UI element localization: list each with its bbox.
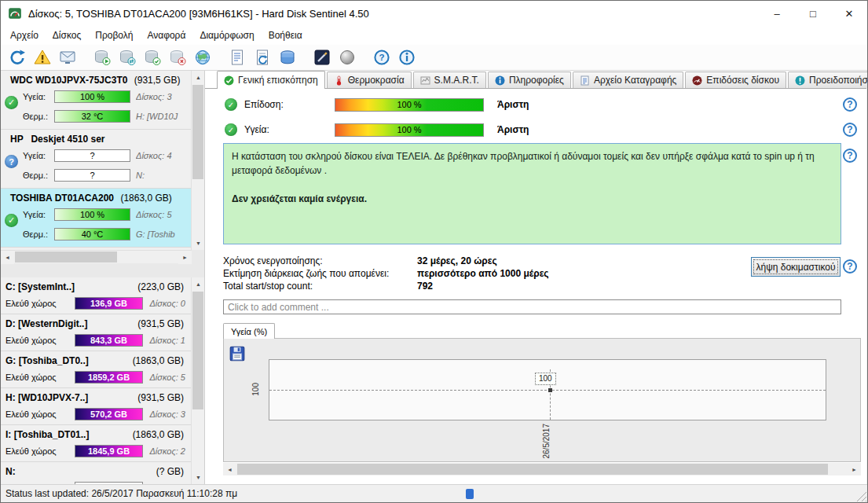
menu-disk[interactable]: Δίσκος [46, 26, 88, 45]
main-panel: Γενική επισκόπηση Θερμοκρασία S.M.A.R.T.… [205, 71, 866, 484]
disk-entry-wdc[interactable]: WDC WD10JPVX-75JC3T0 (931,5 GB) Υγεία: 1… [1, 71, 192, 130]
scroll-thumb[interactable] [237, 464, 828, 475]
report-icon[interactable] [225, 46, 250, 68]
partition-entry-h[interactable]: H: [WD10JPVX-7..] (931,5 GB) Ελεύθ χώρος… [1, 388, 192, 425]
tab-disk-performance[interactable]: Επιδόσεις δίσκου [685, 72, 786, 88]
scroll-down-icon[interactable] [192, 471, 205, 484]
refresh-icon[interactable] [5, 46, 30, 68]
disk-list-vscrollbar[interactable] [191, 71, 204, 250]
partition-name: H: [WD10JPVX-7..] [5, 390, 88, 406]
chart-hscrollbar[interactable] [223, 463, 861, 475]
menu-view[interactable]: Προβολή [88, 26, 140, 45]
partition-name: G: [Toshiba_DT0..] [5, 353, 89, 369]
stat-label: Εκτίμηση διάρκειας ζωής που απομένει: [223, 268, 417, 281]
chart-panel: 100 100 26/5/2017 [223, 338, 861, 462]
alert-clock-icon[interactable] [30, 46, 55, 68]
health-label: Υγεία: [23, 210, 54, 219]
health-bar: 100 % [54, 90, 130, 103]
scroll-right-icon[interactable] [848, 463, 861, 475]
temp-bar: ? [54, 169, 130, 182]
scroll-down-icon[interactable] [192, 237, 205, 250]
performance-row: Επίδοση: 100 % Άριστη [205, 97, 866, 112]
comment-input[interactable] [223, 299, 841, 314]
resize-grip[interactable] [855, 490, 866, 501]
disk-entry-hp[interactable]: HP Deskjet 4510 ser Υγεία: ? Δίσκος: 4 Θ… [1, 130, 192, 189]
chart-tab-health[interactable]: Υγεία (%) [223, 323, 275, 339]
menu-file[interactable]: Αρχείο [3, 26, 46, 45]
disk-temp-row: Θερμ.: 32 °C H: [WD10J [1, 106, 192, 126]
report-refresh-icon[interactable] [250, 46, 275, 68]
scroll-thumb[interactable] [192, 85, 203, 179]
disk-list-hscrollbar[interactable] [1, 250, 192, 263]
free-space-label: Ελεύθ χώρος [5, 299, 75, 308]
sphere-icon[interactable] [335, 46, 360, 68]
tab-overview[interactable]: Γενική επισκόπηση [217, 71, 325, 89]
scroll-up-icon[interactable] [192, 277, 205, 291]
partition-entry-d[interactable]: D: [WesternDigit..] (931,5 GB) Ελεύθ χώρ… [1, 314, 192, 351]
data-point [548, 388, 552, 392]
health-ok-icon [225, 123, 237, 136]
partition-title: G: [Toshiba_DT0..] (1863,0 GB) [5, 353, 189, 369]
disk-entry-toshiba-selected[interactable]: TOSHIBA DT01ACA200 (1863,0 GB) Υγεία: 10… [1, 189, 192, 248]
message-monitor-icon[interactable] [55, 46, 80, 68]
partition-size: (931,5 GB) [137, 390, 184, 406]
menu-help[interactable]: Βοήθεια [262, 26, 309, 45]
tab-label: Επιδόσεις δίσκου [706, 75, 779, 86]
disk-ok-icon[interactable] [140, 46, 165, 68]
configure-icon[interactable] [309, 46, 335, 68]
disk-remove-icon[interactable] [165, 46, 190, 68]
globe-icon[interactable] [190, 46, 215, 68]
disk-sync-icon[interactable] [115, 46, 140, 68]
disk-title: HP Deskjet 4510 ser [1, 130, 192, 145]
status-text-line1: Η κατάσταση του σκληρού δίσκου είναι ΤΕΛ… [232, 149, 833, 178]
scroll-left-icon[interactable] [223, 463, 236, 475]
tab-information[interactable]: Πληροφορίες [488, 72, 571, 88]
partition-name: I: [Toshiba_DT01..] [5, 427, 89, 442]
trial-download-button[interactable]: λήψη δοκιμαστικού [751, 257, 841, 277]
scroll-thumb[interactable] [192, 292, 203, 409]
chart-plot-area: 100 [269, 359, 826, 420]
tab-bar: Γενική επισκόπηση Θερμοκρασία S.M.A.R.T.… [205, 71, 866, 89]
maximize-button[interactable]: □ [795, 1, 831, 26]
title-bar: Δίσκος: 5, TOSHIBA DT01ACA200 [93M6H61KS… [1, 1, 867, 26]
minimize-button[interactable]: – [759, 1, 795, 26]
scroll-thumb[interactable] [15, 252, 117, 263]
close-button[interactable]: ✕ [831, 1, 867, 26]
disk-name: HP Deskjet 4510 ser [10, 134, 105, 145]
scroll-right-icon[interactable] [178, 251, 192, 264]
info-icon[interactable] [394, 46, 419, 68]
disk-number: Δίσκος: 3 [149, 409, 185, 419]
menu-bar: Αρχείο Δίσκος Προβολή Αναφορά Διαμόρφωση… [1, 26, 867, 45]
help-icon[interactable]: ? [369, 46, 394, 68]
tab-smart[interactable]: S.M.A.R.T. [413, 72, 486, 88]
help-performance-icon[interactable] [843, 97, 857, 112]
partition-title: D: [WesternDigit..] (931,5 GB) [5, 316, 189, 332]
partition-entry-c[interactable]: C: [SystemInt..] (223,0 GB) Ελεύθ χώρος … [1, 277, 192, 314]
disk-play-icon[interactable] [90, 46, 115, 68]
disk-title: WDC WD10JPVX-75JC3T0 (931,5 GB) [1, 71, 192, 86]
partition-free-row: Ελεύθ χώρος 843,3 GB Δίσκος: 1 [5, 332, 189, 349]
help-health-icon[interactable] [843, 123, 857, 137]
partition-entry-n[interactable]: N: (? GB) Ελεύθ χώρος ? [1, 462, 192, 484]
help-status-icon[interactable] [843, 149, 857, 163]
help-trial-icon[interactable] [843, 259, 857, 274]
tab-label: Αρχείο Καταγραφής [594, 75, 676, 86]
health-bar: 100 % [335, 123, 484, 137]
save-chart-icon[interactable] [229, 345, 246, 362]
drive-letter: N: [136, 171, 192, 180]
partition-list-vscrollbar[interactable] [191, 277, 204, 484]
partition-entry-g[interactable]: G: [Toshiba_DT0..] (1863,0 GB) Ελεύθ χώρ… [1, 351, 192, 388]
scroll-up-icon[interactable] [192, 71, 205, 84]
tab-information-icon [495, 75, 505, 86]
disk-number: Δίσκος: 5 [136, 210, 192, 219]
disks-icon[interactable] [275, 46, 300, 68]
menu-configuration[interactable]: Διαμόρφωση [192, 26, 261, 45]
partition-free-row: Ελεύθ χώρος 136,9 GB Δίσκος: 0 [5, 295, 189, 312]
scroll-left-icon[interactable] [1, 251, 14, 264]
partition-entry-i[interactable]: I: [Toshiba_DT01..] (1863,0 GB) Ελεύθ χώ… [1, 425, 192, 462]
tab-alerts[interactable]: Προειδοποιήσεις [788, 72, 868, 88]
tab-temperature[interactable]: Θερμοκρασία [327, 72, 412, 88]
tab-log[interactable]: Αρχείο Καταγραφής [573, 72, 683, 88]
status-summary-box: Η κατάσταση του σκληρού δίσκου είναι ΤΕΛ… [223, 143, 841, 244]
menu-report[interactable]: Αναφορά [140, 26, 192, 45]
